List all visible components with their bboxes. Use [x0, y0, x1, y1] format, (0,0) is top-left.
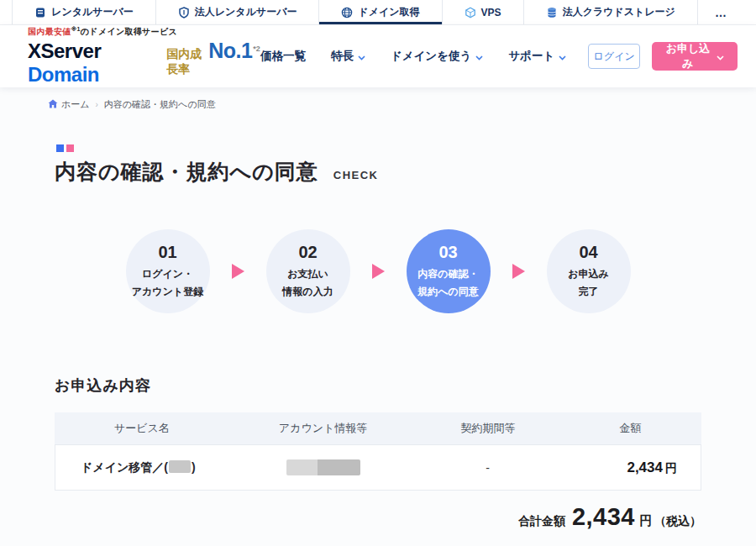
step-label: ログイン・ — [142, 265, 193, 283]
page-title: 内容の確認・規約への同意 — [55, 158, 318, 186]
step-label: 情報の入力 — [282, 283, 333, 301]
pink-dot — [66, 144, 74, 152]
tagline-note: ※1 — [71, 26, 81, 32]
badge-note: *2 — [253, 45, 260, 53]
step-label: 完了 — [579, 283, 599, 301]
step-label: 規約への同意 — [417, 283, 479, 301]
redacted-domain-box — [169, 460, 191, 473]
growth-rate-badge: 国内成長率 No.1 *2 — [166, 39, 260, 77]
nav-item-use-domain[interactable]: ドメインを使う — [391, 49, 483, 64]
step-2-payment: 02 お支払い 情報の入力 — [266, 229, 350, 313]
apply-button-label: お申し込み — [665, 41, 711, 71]
server-icon — [34, 7, 46, 18]
table-row: ドメイン移管／() - 2,434円 — [55, 444, 701, 491]
cube-icon — [465, 7, 476, 18]
top-tab-domain[interactable]: ドメイン取得 — [318, 0, 441, 24]
breadcrumb-home-label: ホーム — [61, 98, 90, 111]
step-number: 03 — [438, 243, 457, 262]
price-cell: 2,434円 — [559, 459, 701, 476]
login-button[interactable]: ログイン — [588, 44, 640, 69]
shield-icon — [178, 7, 190, 18]
top-tab-vps[interactable]: VPS — [442, 0, 523, 24]
top-tab-label: ドメイン取得 — [358, 5, 419, 19]
logo-xserver-domain: XServer Domain — [28, 39, 155, 87]
chevron-down-icon — [475, 50, 483, 63]
step-label: お申込み — [568, 265, 609, 283]
redacted-account-box — [286, 459, 360, 475]
service-name-text: ) — [192, 460, 196, 474]
top-tab-corporate-rental-server[interactable]: 法人レンタルサーバー — [155, 0, 319, 24]
logo-block[interactable]: 国内最安値※1のドメイン取得サービス XServer Domain 国内成長率 … — [28, 26, 260, 87]
logo-tagline: 国内最安値※1のドメイン取得サービス — [28, 26, 260, 38]
top-tab-label: レンタルサーバー — [51, 5, 134, 19]
step-1-login: 01 ログイン・ アカウント登録 — [126, 229, 210, 313]
progress-steps: 01 ログイン・ アカウント登録 02 お支払い 情報の入力 03 内容の確認・… — [0, 229, 756, 313]
chevron-down-icon — [717, 50, 724, 63]
header-nav: 価格一覧 特長 ドメインを使う サポート — [260, 49, 566, 64]
total-unit: 円 — [639, 513, 652, 529]
total-label: 合計金額 — [518, 514, 565, 529]
step-arrow-icon — [372, 264, 385, 279]
tagline-highlight: 国内最安値 — [28, 27, 71, 36]
breadcrumb-current: 内容の確認・規約への同意 — [104, 98, 216, 111]
breadcrumb: ホーム › 内容の確認・規約への同意 — [0, 87, 756, 111]
step-label: 内容の確認・ — [417, 265, 478, 283]
contract-term-cell: - — [417, 461, 559, 475]
top-tab-label: 法人クラウドストレージ — [563, 5, 675, 19]
nav-item-label: サポート — [508, 49, 554, 64]
service-name-cell: ドメイン移管／() — [55, 460, 229, 475]
nav-item-pricing[interactable]: 価格一覧 — [260, 49, 306, 64]
total-amount-row: 合計金額 2,434 円 （税込） — [55, 503, 701, 531]
home-icon — [48, 99, 58, 110]
more-services-button[interactable]: … — [697, 0, 744, 24]
order-table: サービス名 アカウント情報等 契約期間等 金額 ドメイン移管／() - 2,43… — [55, 412, 701, 491]
breadcrumb-separator: › — [96, 100, 98, 109]
top-tab-cloud-storage[interactable]: 法人クラウドストレージ — [523, 0, 697, 24]
nav-item-label: ドメインを使う — [391, 49, 471, 64]
step-arrow-icon — [232, 264, 244, 279]
col-header-service: サービス名 — [55, 421, 229, 436]
page-title-en: CHECK — [333, 169, 379, 181]
account-info-cell — [229, 459, 417, 475]
globe-icon — [341, 7, 353, 18]
top-tab-label: 法人レンタルサーバー — [195, 5, 297, 19]
chevron-down-icon — [559, 50, 566, 63]
top-tab-label: VPS — [481, 7, 501, 18]
step-number: 01 — [158, 243, 176, 262]
top-tab-rental-server[interactable]: レンタルサーバー — [12, 0, 155, 24]
step-number: 02 — [298, 243, 317, 262]
price-unit: 円 — [665, 461, 677, 475]
chevron-down-icon — [358, 50, 365, 63]
total-tax-note: （税込） — [654, 514, 701, 529]
breadcrumb-home-link[interactable]: ホーム — [48, 98, 90, 111]
database-icon — [546, 7, 558, 18]
apply-button[interactable]: お申し込み — [652, 42, 738, 71]
step-4-complete: 04 お申込み 完了 — [547, 229, 631, 313]
nav-item-support[interactable]: サポート — [508, 49, 566, 64]
col-header-account: アカウント情報等 — [229, 421, 417, 436]
step-label: アカウント登録 — [132, 283, 203, 301]
badge-no1: No.1 — [208, 39, 252, 63]
step-arrow-icon — [512, 264, 525, 279]
total-amount: 2,434 — [572, 503, 635, 531]
price-amount: 2,434 — [627, 459, 663, 475]
title-decoration-dots — [56, 144, 756, 152]
nav-item-features[interactable]: 特長 — [331, 49, 365, 64]
page-title-block: 内容の確認・規約への同意 CHECK — [55, 144, 756, 186]
step-number: 04 — [579, 243, 597, 262]
badge-prefix: 国内成長率 — [166, 47, 208, 77]
site-header: 国内最安値※1のドメイン取得サービス XServer Domain 国内成長率 … — [0, 25, 756, 87]
step-3-confirm-current: 03 内容の確認・ 規約への同意 — [407, 229, 491, 313]
tagline-rest: のドメイン取得サービス — [81, 27, 177, 36]
ellipsis-icon: … — [715, 6, 727, 19]
service-name-text: ドメイン移管／( — [81, 460, 168, 474]
nav-item-label: 価格一覧 — [260, 49, 306, 64]
col-header-price: 金額 — [559, 421, 701, 436]
step-label: お支払い — [287, 265, 328, 283]
blue-dot — [56, 144, 64, 152]
order-table-header: サービス名 アカウント情報等 契約期間等 金額 — [55, 412, 701, 444]
order-section-title: お申込み内容 — [55, 375, 756, 396]
nav-item-label: 特長 — [331, 49, 354, 64]
service-switch-bar: レンタルサーバー 法人レンタルサーバー ドメイン取得 VPS 法人クラウドストレ… — [0, 0, 756, 25]
col-header-term: 契約期間等 — [417, 421, 559, 436]
